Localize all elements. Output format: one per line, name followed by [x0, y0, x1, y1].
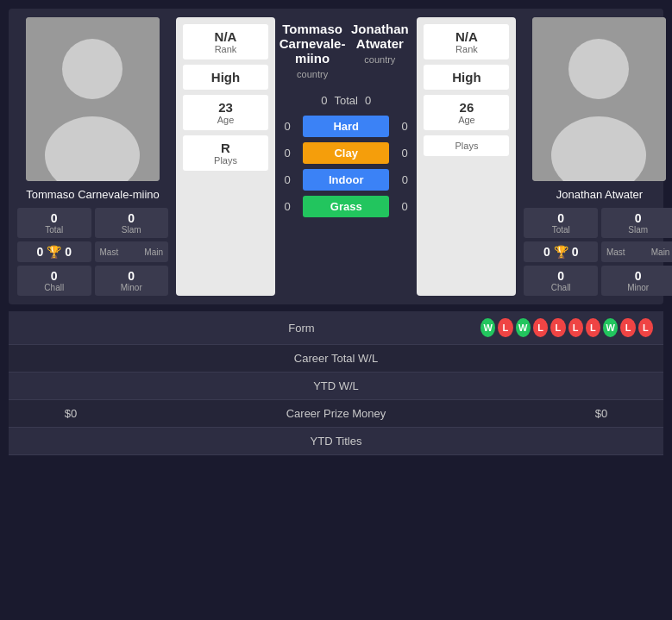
form-badge: W — [480, 318, 495, 337]
player2-mast-label: Mast — [606, 247, 625, 257]
player1-main-label: Main — [144, 247, 163, 257]
form-badge: L — [586, 318, 600, 337]
trophy-icon-1: 🏆 — [47, 245, 61, 259]
player2-mast-stat: 0 🏆 0 — [524, 241, 598, 262]
courts-section: TommasoCarnevale-miino country JonathanA… — [279, 17, 413, 296]
player2-country: country — [346, 54, 413, 65]
ytd-wl-row: YTD W/L — [9, 373, 663, 400]
player2-chall-label: Chall — [551, 283, 571, 292]
total-row: 0 Total 0 — [279, 94, 413, 107]
player1-rank-label: Rank — [190, 44, 261, 54]
form-badge: W — [603, 318, 618, 337]
total-left: 0 — [321, 94, 327, 107]
indoor-right: 0 — [396, 173, 413, 186]
player1-name: Tommaso Carnevale-miino — [26, 188, 160, 201]
form-badges: WLWLLLLWLL — [480, 318, 653, 337]
total-right: 0 — [365, 94, 371, 107]
player2-total-label: Total — [552, 225, 570, 235]
career-total-label: Career Total W/L — [122, 352, 550, 365]
career-total-row: Career Total W/L — [9, 345, 663, 373]
player2-rank-value: N/A — [430, 29, 502, 44]
player1-total-label: Total — [45, 225, 63, 235]
player2-avatar — [532, 17, 666, 181]
prize-label: Career Prize Money — [122, 407, 550, 420]
player2-chall-value: 0 — [557, 269, 564, 283]
player1-chall-label: Chall — [44, 283, 64, 292]
hard-right: 0 — [396, 120, 413, 133]
form-badge: W — [516, 318, 531, 337]
player2-age-value: 26 — [430, 100, 502, 115]
player2-minor-value: 0 — [635, 269, 642, 283]
form-badge: L — [498, 318, 512, 337]
prize-right: $0 — [550, 407, 653, 420]
player2-total-stat: 0 Total — [524, 208, 598, 238]
svg-point-1 — [62, 39, 122, 99]
indoor-row: 0 Indoor 0 — [279, 169, 413, 191]
player1-main-value: 0 — [65, 245, 72, 259]
player1-minor-value: 0 — [128, 269, 135, 283]
player2-detail-stats: N/A Rank High 26 Age Plays — [417, 17, 516, 296]
bottom-section: Form WLWLLLLWLL Career Total W/L YTD W/L… — [9, 311, 663, 455]
player1-preferred-value: High — [190, 70, 261, 85]
player1-minor-label: Minor — [121, 283, 142, 292]
player2-slam-value: 0 — [635, 211, 642, 225]
player2-plays-label: Plays — [430, 141, 502, 151]
prize-left: $0 — [19, 407, 122, 420]
main-container: Tommaso Carnevale-miino 0 Total 0 Slam 0… — [0, 0, 672, 464]
player2-age-label: Age — [430, 115, 502, 125]
player1-total-stat: 0 Total — [17, 208, 91, 238]
player2-stats-grid: 0 Total 0 Slam 0 🏆 0 Mast Main 0 — [519, 208, 672, 296]
form-badge: L — [568, 318, 583, 337]
player1-header-name: TommasoCarnevale-miino — [279, 22, 346, 66]
form-badge: L — [533, 318, 548, 337]
form-badge: L — [638, 318, 653, 337]
player2-main-label: Main — [651, 247, 670, 257]
hard-button[interactable]: Hard — [303, 116, 389, 137]
ytd-wl-label: YTD W/L — [122, 379, 550, 392]
prize-row: $0 Career Prize Money $0 — [9, 400, 663, 428]
player1-chall-value: 0 — [51, 269, 58, 283]
player1-plays-block: R Plays — [183, 135, 268, 171]
player1-plays-value: R — [190, 141, 261, 155]
player2-minor-stat: 0 Minor — [601, 266, 672, 296]
player2-slam-label: Slam — [628, 225, 648, 235]
player2-minor-label: Minor — [627, 283, 649, 292]
player2-mast-value: 0 — [543, 245, 550, 259]
player2-name: Jonathan Atwater — [556, 188, 643, 201]
indoor-button[interactable]: Indoor — [303, 169, 389, 191]
player2-age-block: 26 Age — [424, 95, 509, 130]
player2-header-name: JonathanAtwater — [346, 22, 413, 51]
grass-right: 0 — [396, 200, 413, 213]
player2-rank-block: N/A Rank — [424, 24, 509, 59]
form-badge: L — [620, 318, 635, 337]
player1-chall-stat: 0 Chall — [17, 266, 91, 296]
svg-point-4 — [568, 39, 629, 99]
player2-chall-stat: 0 Chall — [524, 266, 598, 296]
clay-button[interactable]: Clay — [303, 142, 389, 164]
player1-mast-label-row: Mast Main — [95, 241, 169, 262]
player1-plays-label: Plays — [190, 155, 261, 166]
player1-age-block: 23 Age — [183, 95, 268, 130]
ytd-titles-row: YTD Titles — [9, 428, 663, 455]
hard-row: 0 Hard 0 — [279, 116, 413, 137]
grass-button[interactable]: Grass — [303, 196, 389, 217]
player1-total-value: 0 — [51, 211, 58, 225]
trophy-icon-2: 🏆 — [554, 245, 568, 259]
player1-mast-value: 0 — [36, 245, 43, 259]
form-badge: L — [550, 318, 565, 337]
player2-slam-stat: 0 Slam — [601, 208, 672, 238]
player1-slam-value: 0 — [128, 211, 135, 225]
player1-card: Tommaso Carnevale-miino 0 Total 0 Slam 0… — [13, 17, 173, 296]
player1-country: country — [279, 69, 346, 79]
form-row: Form WLWLLLLWLL — [9, 311, 663, 345]
player1-detail-stats: N/A Rank High 23 Age R Plays — [176, 17, 275, 296]
player1-slam-stat: 0 Slam — [95, 208, 169, 238]
player1-rank-block: N/A Rank — [183, 24, 268, 59]
clay-right: 0 — [396, 147, 413, 160]
player2-preferred-block: High — [424, 65, 509, 90]
player2-mast-label-row: Mast Main — [601, 241, 672, 262]
player2-total-value: 0 — [557, 211, 564, 225]
player1-rank-value: N/A — [190, 29, 261, 44]
player2-preferred-value: High — [430, 70, 502, 85]
grass-left: 0 — [279, 200, 296, 213]
